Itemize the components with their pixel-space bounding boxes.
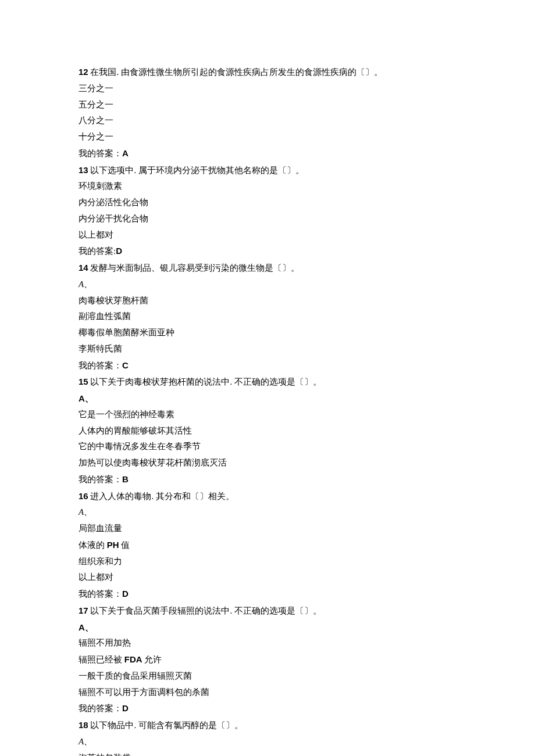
q16-option-b: 体液的 PH 值 (79, 537, 456, 554)
q15-option-a: 它是一个强烈的神经毒素 (79, 407, 456, 423)
q13-answer: 我的答案:D (79, 243, 456, 260)
q12-option-b: 五分之一 (79, 97, 456, 113)
q17-number: 17 (79, 605, 88, 615)
q14-option-d: 李斯特氏菌 (79, 341, 456, 357)
q16-option-b-ph: PH (107, 540, 119, 550)
q16-option-d: 以上都对 (79, 569, 456, 586)
q14-option-b: 副溶血性弧菌 (79, 309, 456, 325)
q16-answer: 我的答案：D (79, 586, 456, 603)
q17-stem: 17 以下关于食品灭菌手段辐照的说法中. 不正确的选项是〔〕。 (79, 603, 456, 619)
q15-stem-text: 以下关于肉毒梭状芽抱杆菌的说法中. 不正确的选项是〔〕。 (88, 377, 322, 386)
q13-option-b: 内分泌活性化合物 (79, 195, 456, 211)
q17-option-a: 辐照不用加热 (79, 635, 456, 651)
q12-stem: 12 在我国. 由食源性微生物所引起的食源性疾病占所发生的食源性疾病的〔〕。 (79, 64, 456, 81)
q18-stem-text: 以下物品中. 可能含有氯丙醇的是〔〕。 (88, 721, 243, 730)
q17-answer-label: 我的答案： (79, 704, 122, 713)
q13-number: 13 (79, 165, 88, 175)
q12-stem-text: 在我国. 由食源性微生物所引起的食源性疾病占所发生的食源性疾病的〔〕。 (88, 67, 383, 77)
q15-stem: 15 以下关于肉毒梭状芽抱杆菌的说法中. 不正确的选项是〔〕。 (79, 374, 456, 390)
q14-sub: A、 (79, 277, 456, 293)
q16-option-b-pre: 体液的 (79, 540, 107, 550)
q13-stem: 13 以下选项中. 属于环境内分泌干扰物其他名称的是〔〕。 (79, 162, 456, 179)
q13-option-d: 以上都对 (79, 227, 456, 243)
q15-number: 15 (79, 377, 88, 386)
q16-option-c: 组织亲和力 (79, 554, 456, 570)
q12-answer: 我的答案：A (79, 145, 456, 162)
q18-option-a: 泡茶的包装袋 (79, 750, 456, 757)
q13-option-a: 环境刺激素 (79, 178, 456, 195)
q17-option-c: 一般干质的食品采用辐照灭菌 (79, 668, 456, 685)
q14-answer: 我的答案：C (79, 357, 456, 374)
q12-answer-value: A (122, 148, 129, 158)
q12-answer-label: 我的答案： (79, 149, 122, 158)
q14-stem: 14 发酵与米面制品、银儿容易受到污染的微生物是〔〕。 (79, 260, 456, 277)
q16-option-b-post: 值 (119, 540, 130, 550)
q14-answer-value: C (122, 360, 129, 370)
q12-number: 12 (79, 67, 88, 77)
q15-answer-label: 我的答案： (79, 475, 122, 484)
q12-option-a: 三分之一 (79, 81, 456, 97)
q13-answer-value: D (116, 246, 122, 256)
q14-stem-text: 发酵与米面制品、银儿容易受到污染的微生物是〔〕。 (88, 263, 300, 273)
q17-option-b-fda: FDA (124, 654, 142, 664)
q15-option-b: 人体内的胃酸能够破坏其活性 (79, 423, 456, 439)
q13-stem-text: 以下选项中. 属于环境内分泌干扰物其他名称的是〔〕。 (88, 166, 304, 175)
q14-option-a: 肉毒梭状芽胞杆菌 (79, 293, 456, 309)
q16-answer-label: 我的答案： (79, 589, 122, 599)
q15-answer-value: B (122, 474, 129, 484)
q18-stem: 18 以下物品中. 可能含有氯丙醇的是〔〕。 (79, 717, 456, 734)
q16-sub: A、 (79, 504, 456, 521)
q16-option-a: 局部血流量 (79, 521, 456, 537)
q17-sub: A、 (79, 619, 456, 636)
q18-number: 18 (79, 720, 88, 730)
q16-number: 16 (79, 491, 88, 501)
q17-answer: 我的答案：D (79, 700, 456, 717)
q16-answer-value: D (122, 589, 129, 599)
q15-option-c: 它的中毒情况多发生在冬春季节 (79, 439, 456, 455)
q12-option-c: 八分之一 (79, 113, 456, 129)
q17-stem-text: 以下关于食品灭菌手段辐照的说法中. 不正确的选项是〔〕。 (88, 606, 322, 615)
document-page: 12 在我国. 由食源性微生物所引起的食源性疾病占所发生的食源性疾病的〔〕。 三… (0, 0, 535, 756)
q14-number: 14 (79, 263, 88, 273)
q15-sub: A、 (79, 390, 456, 407)
q16-stem-text: 进入人体的毒物. 其分布和〔〕相关。 (88, 492, 234, 501)
q18-sub: A、 (79, 734, 456, 750)
q17-option-d: 辐照不可以用于方面调料包的杀菌 (79, 685, 456, 701)
q17-option-b-post: 允许 (142, 655, 162, 664)
q17-option-b: 辐照已经被 FDA 允许 (79, 651, 456, 668)
q15-option-d: 加热可以使肉毒梭状芽花杆菌沏底灭活 (79, 455, 456, 471)
q17-answer-value: D (122, 703, 129, 713)
q13-option-c: 内分泌干扰化合物 (79, 211, 456, 227)
q14-answer-label: 我的答案： (79, 361, 122, 370)
q14-option-c: 椰毒假单胞菌酵米面亚种 (79, 325, 456, 341)
q12-option-d: 十分之一 (79, 129, 456, 145)
q13-answer-label: 我的答案: (79, 246, 116, 256)
q16-stem: 16 进入人体的毒物. 其分布和〔〕相关。 (79, 488, 456, 505)
q17-option-b-pre: 辐照已经被 (79, 655, 124, 664)
q15-answer: 我的答案：B (79, 471, 456, 488)
